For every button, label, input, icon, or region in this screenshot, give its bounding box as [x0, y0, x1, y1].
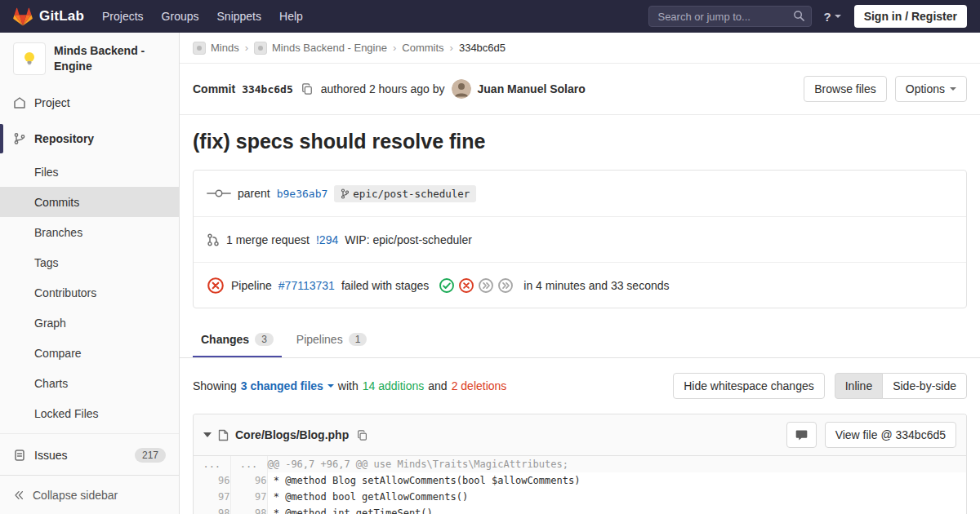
- collapse-diff-caret-icon[interactable]: [203, 432, 212, 437]
- parent-row: parent b9e36ab7 epic/post-scheduler: [194, 171, 966, 216]
- changes-actions: Hide whitespace changes Inline Side-by-s…: [673, 373, 967, 399]
- old-line-number[interactable]: 98: [194, 505, 230, 514]
- pipeline-status-text: failed with stages: [341, 279, 429, 292]
- new-line-number[interactable]: 97: [230, 489, 267, 505]
- view-file-button[interactable]: View file @ 334bc6d5: [825, 422, 956, 448]
- stage-failed-icon[interactable]: [458, 277, 474, 294]
- nav-help[interactable]: Help: [279, 10, 303, 23]
- group-avatar: [193, 42, 206, 55]
- diff-table: ... ... @@ -96,7 +96,7 @@ use Minds\Trai…: [194, 456, 966, 514]
- old-line-number: ...: [194, 456, 230, 472]
- tab-changes[interactable]: Changes 3: [193, 323, 282, 357]
- pipeline-failed-icon: [207, 277, 225, 295]
- commit-sha: 334bc6d5: [242, 83, 293, 95]
- breadcrumb-link[interactable]: Minds Backend - Engine: [272, 42, 387, 54]
- copy-sha-button[interactable]: [300, 82, 314, 96]
- repository-submenu: Files Commits Branches Tags Contributors…: [0, 157, 179, 428]
- changed-files-dropdown[interactable]: 3 changed files: [241, 379, 334, 392]
- help-dropdown[interactable]: ?: [823, 10, 840, 24]
- commit-icon: [207, 188, 231, 199]
- nav-groups[interactable]: Groups: [162, 10, 199, 23]
- new-line-number[interactable]: 98: [230, 505, 267, 514]
- tab-label: Pipelines: [296, 333, 343, 346]
- diff-code: * @method int getTimeSent(): [267, 505, 966, 514]
- side-by-side-view-button[interactable]: Side-by-side: [882, 373, 967, 399]
- breadcrumb-link[interactable]: Minds: [211, 42, 239, 54]
- mr-id-link[interactable]: !294: [316, 233, 338, 246]
- sidebar-subitem-files[interactable]: Files: [0, 157, 179, 187]
- sidebar-subitem-tags[interactable]: Tags: [0, 247, 179, 277]
- chevron-down-icon: [835, 15, 841, 18]
- copy-icon: [301, 83, 313, 95]
- comment-icon: [795, 429, 808, 441]
- nav-snippets[interactable]: Snippets: [217, 10, 261, 23]
- breadcrumb-separator: ›: [393, 42, 396, 54]
- breadcrumb: Minds › Minds Backend - Engine › Commits…: [180, 33, 980, 64]
- inline-view-button[interactable]: Inline: [835, 373, 883, 399]
- project-sidebar: Minds Backend - Engine Project Repositor…: [0, 33, 180, 514]
- stage-skipped-icon[interactable]: [497, 277, 514, 294]
- changed-files-label: 3 changed files: [241, 379, 323, 392]
- diff-line-meta: ... ... @@ -96,7 +96,7 @@ use Minds\Trai…: [194, 456, 966, 472]
- pipeline-row: Pipeline #77113731 failed with stages: [194, 262, 966, 308]
- breadcrumb-item-project: Minds Backend - Engine: [254, 42, 387, 55]
- showing-label: Showing: [193, 379, 237, 392]
- diff-header-actions: View file @ 334bc6d5: [786, 422, 956, 448]
- options-dropdown-button[interactable]: Options: [895, 76, 967, 102]
- sidebar-subitem-branches[interactable]: Branches: [0, 217, 179, 247]
- sidebar-item-label: Project: [34, 96, 70, 109]
- breadcrumb-current-sha: 334bc6d5: [459, 42, 506, 54]
- sidebar-subitem-charts[interactable]: Charts: [0, 368, 179, 398]
- merge-request-icon: [207, 233, 220, 246]
- pipeline-duration: in 4 minutes and 33 seconds: [523, 279, 669, 292]
- sidebar-subitem-locked-files[interactable]: Locked Files: [0, 398, 179, 428]
- sidebar-subitem-contributors[interactable]: Contributors: [0, 277, 179, 308]
- branch-ref-pill[interactable]: epic/post-scheduler: [334, 185, 476, 202]
- project-context-header[interactable]: Minds Backend - Engine: [0, 33, 179, 85]
- old-line-number[interactable]: 96: [194, 472, 230, 489]
- sidebar-subitem-compare[interactable]: Compare: [0, 338, 179, 368]
- diff-file-path: Core/Blogs/Blog.php: [235, 428, 349, 441]
- old-line-number[interactable]: 97: [194, 489, 230, 505]
- sidebar-item-issues[interactable]: Issues 217: [0, 439, 179, 472]
- project-icon: [13, 96, 26, 109]
- browse-files-button[interactable]: Browse files: [804, 76, 886, 102]
- diff-file-header: Core/Blogs/Blog.php View file @ 334bc6d5: [194, 414, 966, 456]
- toggle-comments-button[interactable]: [786, 422, 817, 448]
- sidebar-subitem-commits[interactable]: Commits: [0, 187, 179, 217]
- parent-sha-link[interactable]: b9e36ab7: [277, 188, 328, 200]
- nav-projects[interactable]: Projects: [102, 10, 144, 23]
- sidebar-item-project[interactable]: Project: [0, 85, 179, 121]
- author-avatar[interactable]: [452, 79, 471, 99]
- hide-whitespace-button[interactable]: Hide whitespace changes: [673, 373, 825, 399]
- global-search: [648, 6, 812, 27]
- new-line-number[interactable]: 96: [230, 472, 267, 489]
- stage-skipped-icon[interactable]: [478, 277, 494, 294]
- stage-passed-icon[interactable]: [439, 277, 455, 294]
- new-line-number: ...: [230, 456, 267, 472]
- copy-file-path-button[interactable]: [355, 428, 369, 442]
- deletions-count: 2 deletions: [452, 379, 507, 392]
- author-name-link[interactable]: Juan Manuel Solaro: [478, 82, 586, 95]
- pipeline-label: Pipeline: [231, 279, 272, 292]
- sidebar-project-name: Minds Backend - Engine: [54, 43, 166, 74]
- pipeline-id-link[interactable]: #77113731: [278, 279, 335, 292]
- sign-in-register-button[interactable]: Sign in / Register: [854, 5, 967, 28]
- search-icon: [793, 10, 805, 24]
- breadcrumb-separator: ›: [245, 42, 248, 54]
- collapse-sidebar-button[interactable]: Collapse sidebar: [0, 475, 179, 514]
- gitlab-home-link[interactable]: GitLab: [13, 7, 84, 26]
- sidebar-item-repository[interactable]: Repository: [0, 121, 179, 157]
- navbar-menu: Projects Groups Snippets Help: [102, 10, 303, 23]
- pipeline-stages: [439, 277, 514, 294]
- search-input[interactable]: [648, 6, 812, 27]
- diff-hunk-header: @@ -96,7 +96,7 @@ use Minds\Traits\Magic…: [267, 456, 966, 472]
- tab-pipelines[interactable]: Pipelines 1: [288, 323, 376, 357]
- sidebar-subitem-graph[interactable]: Graph: [0, 308, 179, 338]
- commit-actions: Browse files Options: [804, 76, 967, 102]
- diff-file-box: Core/Blogs/Blog.php View file @ 334bc6d5…: [193, 414, 967, 514]
- chevron-down-icon: [327, 384, 334, 388]
- collapse-sidebar-label: Collapse sidebar: [33, 489, 118, 502]
- breadcrumb-link-commits[interactable]: Commits: [402, 42, 443, 54]
- issues-section: Issues 217: [0, 433, 179, 472]
